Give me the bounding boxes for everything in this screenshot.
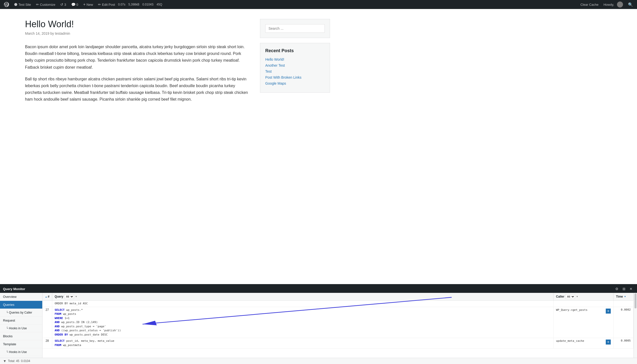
recent-posts-title: Recent Posts [265,48,325,54]
new-btn[interactable]: + New [81,0,95,9]
recent-posts-widget: Recent Posts Hello World! Another Test T… [260,43,330,92]
post-paragraph-1: Bacon ipsum dolor amet pork loin landjae… [25,44,250,71]
howdy-user[interactable]: Howdy, [601,0,625,9]
recent-post-link-4[interactable]: Post With Broken Links [265,76,325,80]
memory-stat: 5,398kB [128,3,139,6]
clear-cache-btn[interactable]: Clear Cache [578,0,600,9]
admin-bar-right: Clear Cache Howdy, 🔍 [578,0,635,9]
comments-btn[interactable]: 💬 0 [69,0,80,9]
edit-post-btn[interactable]: ✏ Edit Post [96,0,117,9]
query-count-stat: 45Q [156,3,162,6]
post-meta: March 14, 2019 by testadmin [25,32,250,36]
query-time-stat: 0.0104S [142,3,154,6]
search-widget [260,19,330,38]
time-stat: 0.07s [118,3,125,6]
post-content: Hello World! March 14, 2019 by testadmin… [25,19,250,274]
sidebar: Recent Posts Hello World! Another Test T… [260,19,330,274]
post-paragraph-2: Ball tip short ribs ribeye hamburger alc… [25,76,250,103]
recent-post-link-5[interactable]: Google Maps [265,82,325,86]
site-name[interactable]: Test Site [12,0,33,9]
recent-post-link-3[interactable]: Test [265,70,325,74]
post-body: Bacon ipsum dolor amet pork loin landjae… [25,44,250,103]
wp-logo[interactable] [2,0,11,9]
post-title: Hello World! [25,19,250,30]
performance-stats: 0.07s 5,398kB 0.0104S 45Q [118,3,162,6]
admin-bar: Test Site ✏ Customize ↺ 3 💬 0 + New ✏ Ed… [0,0,637,9]
updates-btn[interactable]: ↺ 3 [58,0,68,9]
recent-post-link-1[interactable]: Hello World! [265,58,325,62]
page-wrapper: Hello World! March 14, 2019 by testadmin… [0,9,637,284]
search-toggle[interactable]: 🔍 [626,0,635,9]
search-input[interactable] [265,24,325,33]
recent-post-link-2[interactable]: Another Test [265,64,325,68]
customize-btn[interactable]: ✏ Customize [34,0,57,9]
